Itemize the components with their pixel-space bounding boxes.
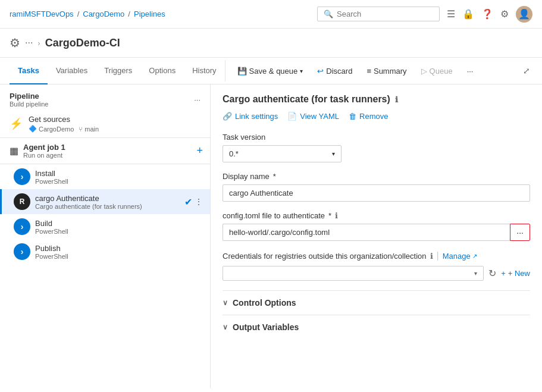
task-build-icon: ›	[14, 218, 30, 235]
manage-link[interactable]: Manage ↗	[443, 252, 477, 261]
display-name-label: Display name *	[223, 172, 530, 181]
avatar[interactable]: 👤	[516, 6, 532, 23]
tab-triggers[interactable]: Triggers	[96, 58, 140, 84]
display-name-required: *	[273, 172, 276, 181]
toolbar: 💾 Save & queue ▾ ↩ Discard ≡ Summary ▷ Q…	[225, 58, 542, 84]
more-toolbar-button[interactable]: ···	[462, 64, 478, 78]
task-cargo-name: cargo Authenticate	[35, 194, 184, 203]
task-publish-name: Publish	[35, 244, 203, 253]
pipeline-section-header: Pipeline Build pipeline ···	[0, 84, 210, 110]
task-cargo-icon: R	[14, 193, 30, 210]
save-queue-label: Save & queue	[249, 67, 298, 76]
main-layout: Pipeline Build pipeline ··· ⚡ Get source…	[0, 84, 542, 388]
get-sources-icon: ⚡	[10, 117, 23, 130]
breadcrumb-org[interactable]: ramiMSFTDevOps	[10, 10, 74, 18]
config-toml-info-icon[interactable]: ℹ	[335, 211, 338, 220]
get-sources-name: Get sources	[29, 115, 200, 124]
config-toml-input[interactable]	[223, 224, 510, 241]
add-task-button[interactable]: +	[196, 145, 203, 157]
tab-tasks[interactable]: Tasks	[10, 58, 48, 84]
task-publish-sub: PowerShell	[35, 253, 203, 260]
page-title: CargoDemo-CI	[45, 37, 120, 49]
task-publish-icon: ›	[14, 243, 30, 260]
credentials-label: Credentials for registries outside this …	[223, 250, 530, 261]
control-options-section[interactable]: ∨ Control Options	[223, 290, 530, 315]
task-build-name: Build	[35, 219, 203, 228]
get-sources-item[interactable]: ⚡ Get sources 🔷 CargoDemo ⑂ main	[0, 110, 210, 137]
output-variables-section[interactable]: ∨ Output Variables	[223, 315, 530, 339]
repo-meta: 🔷 CargoDemo	[29, 125, 74, 133]
lock-icon[interactable]: 🔒	[462, 8, 474, 20]
breadcrumb-pipelines[interactable]: Pipelines	[134, 10, 165, 18]
top-nav-actions: 🔍 ☰ 🔒 ❓ ⚙ 👤	[317, 6, 532, 23]
credentials-add-button[interactable]: + + New	[501, 269, 530, 278]
new-label: + New	[508, 269, 530, 278]
branch-name: main	[84, 126, 99, 133]
task-more-icon[interactable]: ⋮	[195, 197, 203, 206]
manage-label: Manage	[443, 252, 471, 261]
search-icon: 🔍	[324, 10, 333, 18]
queue-label: Queue	[430, 67, 453, 76]
branch-icon: ⑂	[79, 126, 83, 133]
pipeline-more-icon[interactable]: ···	[194, 95, 200, 104]
link-settings-label: Link settings	[235, 112, 278, 121]
task-build[interactable]: › Build PowerShell	[0, 214, 210, 239]
task-install[interactable]: › Install PowerShell	[0, 164, 210, 189]
config-toml-group: config.toml file to authenticate * ℹ ···	[223, 211, 530, 241]
config-toml-input-group: ···	[223, 224, 530, 241]
expand-button[interactable]: ⤢	[518, 64, 535, 78]
credentials-refresh-button[interactable]: ↻	[488, 268, 496, 279]
discard-button[interactable]: ↩ Discard	[312, 64, 357, 78]
page-header: ⚙ ··· › CargoDemo-CI	[0, 29, 542, 58]
task-cargo-sub: Cargo authenticate (for task runners)	[35, 203, 184, 210]
task-version-label: Task version	[223, 133, 530, 142]
view-yaml-label: View YAML	[300, 112, 339, 121]
task-publish-text: Publish PowerShell	[30, 244, 203, 260]
repo-name: CargoDemo	[39, 126, 74, 133]
display-name-input[interactable]	[223, 184, 530, 202]
view-yaml-button[interactable]: 📄 View YAML	[287, 112, 339, 121]
link-settings-button[interactable]: 🔗 Link settings	[223, 112, 278, 121]
tab-options[interactable]: Options	[140, 58, 184, 84]
config-toml-label: config.toml file to authenticate * ℹ	[223, 211, 530, 220]
more-options-icon[interactable]: ···	[25, 37, 33, 48]
task-publish[interactable]: › Publish PowerShell	[0, 239, 210, 264]
task-version-label-text: Task version	[223, 133, 265, 142]
yaml-icon: 📄	[287, 112, 297, 121]
control-options-label: Control Options	[233, 298, 296, 308]
content-title-text: Cargo authenticate (for task runners)	[223, 94, 390, 105]
task-version-value: 0.*	[229, 149, 239, 158]
config-toml-browse-button[interactable]: ···	[510, 224, 530, 241]
save-queue-button[interactable]: 💾 Save & queue ▾	[233, 64, 308, 78]
credentials-info-icon[interactable]: ℹ	[430, 252, 433, 261]
top-navigation: ramiMSFTDevOps / CargoDemo / Pipelines 🔍…	[0, 0, 542, 29]
ellipsis-icon: ···	[516, 228, 524, 237]
tab-history[interactable]: History	[184, 58, 224, 84]
output-variables-chevron-icon: ∨	[223, 323, 228, 331]
get-sources-text: Get sources 🔷 CargoDemo ⑂ main	[29, 115, 200, 133]
tab-variables[interactable]: Variables	[48, 58, 96, 84]
display-name-group: Display name *	[223, 172, 530, 202]
search-input[interactable]	[337, 10, 433, 18]
task-cargo-authenticate[interactable]: R cargo Authenticate Cargo authenticate …	[0, 189, 210, 214]
agent-job-left: ▦ Agent job 1 Run on agent	[10, 143, 65, 159]
content-title: Cargo authenticate (for task runners) ℹ	[223, 94, 530, 105]
task-install-icon: ›	[14, 168, 30, 185]
credentials-select[interactable]: ▾	[223, 266, 484, 281]
breadcrumb-project[interactable]: CargoDemo	[83, 10, 124, 18]
breadcrumb: ramiMSFTDevOps / CargoDemo / Pipelines	[10, 10, 165, 18]
queue-button[interactable]: ▷ Queue	[416, 64, 458, 78]
discard-icon: ↩	[317, 67, 324, 76]
help-icon[interactable]: ❓	[481, 8, 493, 20]
list-icon[interactable]: ☰	[447, 8, 455, 20]
sidebar: Pipeline Build pipeline ··· ⚡ Get source…	[0, 84, 211, 388]
remove-button[interactable]: 🗑 Remove	[349, 112, 388, 121]
summary-button[interactable]: ≡ Summary	[362, 64, 411, 78]
credentials-row: ▾ ↻ + + New	[223, 266, 530, 281]
task-version-select[interactable]: 0.* ▾	[223, 145, 342, 162]
search-box[interactable]: 🔍	[317, 7, 440, 21]
settings-icon[interactable]: ⚙	[500, 8, 509, 20]
title-info-icon[interactable]: ℹ	[395, 95, 398, 104]
config-toml-required: *	[328, 211, 331, 220]
agent-job-icon: ▦	[10, 145, 18, 156]
